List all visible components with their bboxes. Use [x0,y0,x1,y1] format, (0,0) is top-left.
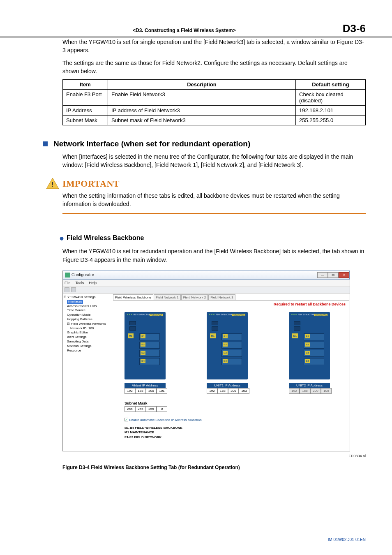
legend-line: F1-F3 FIELD NETWORK [125,435,350,439]
tree-item[interactable]: Network ID: 100 [64,326,111,331]
menu-tools[interactable]: Tools [76,281,84,285]
tree-item-interfaces[interactable]: Interfaces [67,300,83,304]
table-row: Enable F3 Port Enable Field Network3 Che… [63,90,366,106]
table-row: IP Address IP address of Field Network3 … [63,106,366,116]
tree-item[interactable]: Field Wireless Networks [71,322,106,326]
square-bullet-icon [43,141,48,146]
col-default: Default setting [296,80,366,90]
table-header-row: Item Description Default setting [63,80,366,90]
figure-ref: FD0304.ai [62,454,366,458]
tab-backbone[interactable]: Field Wireless Backbone [113,294,153,300]
subsection-heading-backbone: ●Field Wireless Backbone [59,234,366,243]
tree-item[interactable]: Graphic Editor [64,331,111,335]
device-unit2: RDY SYN ACTIVE YOKOGAWA M1 B1 B2 B3 B4 [289,312,342,394]
toolbar-button-2[interactable] [71,287,76,292]
toolbar [63,287,350,294]
col-item: Item [63,80,108,90]
tree-item[interactable]: Sampling Data [64,340,111,344]
subnet-area: Subnet Mask 255 255 255 0 [125,401,350,412]
subnet-label: Subnet Mask [125,401,350,405]
configurator-screenshot: Configurator — ▭ ✕ File Tools Help ⊟ YFG… [62,271,350,451]
subnet-input[interactable]: 255 255 255 0 [125,406,170,412]
brand-label: YOKOGAWA [150,314,163,316]
legend-line: M1 MAINTENANCE [125,430,350,435]
tab-fn3[interactable]: Field Network 3 [208,294,235,300]
device-row: RDY SYN ACTIVE YOKOGAWA M1 B1 B2 B3 B4 [112,306,350,394]
ip-label-virtual: Virtual IP Address [125,383,166,388]
svg-text:!: ! [51,181,53,188]
settings-table: Item Description Default setting Enable … [62,79,366,125]
ip-input-virtual[interactable]: 192 168 200 101 [125,388,174,394]
ip-label-unit2: UNIT2 IP Address [289,383,330,388]
warning-triangle-icon: ! [46,178,59,189]
chapter-title: <D3. Constructing a Field Wireless Syste… [133,28,236,33]
checkbox-label: Enable automatic Backbone IP Address all… [129,418,201,422]
doc-footer: IM 01W02D01-01EN [328,537,366,542]
checkbox-icon[interactable] [125,418,128,421]
ip-input-unit1[interactable]: 192 168 200 103 [207,388,256,394]
app-icon [65,273,70,278]
important-divider [62,213,366,214]
important-body: When the setting information of these ta… [62,192,366,208]
ip-label-unit1: UNIT1 IP Address [207,383,248,388]
tree-item[interactable]: Operation Mode [64,313,111,317]
menu-bar: File Tools Help [63,280,350,287]
window-title: Configurator [71,273,94,277]
toolbar-button-1[interactable] [65,287,69,292]
tab-bar: Field Wireless Backbone Field Network 1 … [113,294,349,301]
col-desc: Description [108,80,296,90]
section-heading-redundant: Network interface (when set for redundan… [43,139,366,148]
device-virtual: RDY SYN ACTIVE YOKOGAWA M1 B1 B2 B3 B4 [125,312,178,394]
tab-fn2[interactable]: Field Network 2 [181,294,208,300]
section2-body: When the YFGW410 is set for redundant op… [62,247,366,264]
restart-warning: Required to restart all Backbone Devices [274,302,346,306]
maximize-button[interactable]: ▭ [328,272,339,278]
important-block: ! IMPORTANT When the setting information… [39,178,366,214]
intro-para-1: When the YFGW410 is set for single opera… [62,38,366,55]
m1-label: M1 [128,333,134,338]
menu-file[interactable]: File [65,281,71,285]
main-panel: Field Wireless Backbone Field Network 1 … [112,294,350,451]
page-number: D3-6 [343,22,366,35]
window-titlebar[interactable]: Configurator — ▭ ✕ [63,271,350,280]
round-bullet-icon: ● [59,234,64,243]
tree-item[interactable]: Access Control Lists [64,304,111,309]
important-label: IMPORTANT [62,178,120,189]
menu-help[interactable]: Help [89,281,97,285]
device-unit1: RDY SYN ACTIVE YOKOGAWA M1 B1 B2 B3 B4 [207,312,260,394]
tree-item[interactable]: Time Source [64,308,111,313]
tab-fn1[interactable]: Field Network 1 [154,294,181,300]
page-header: <D3. Constructing a Field Wireless Syste… [0,22,392,37]
intro-para-2: The settings are the same as those for F… [62,59,366,76]
tree-item[interactable]: Hopping Patterns [64,317,111,322]
tree-item[interactable]: Resource [64,349,111,353]
table-row: Subnet Mask Subnet mask of Field Network… [63,116,366,125]
tree-item[interactable]: Modbus Settings [64,344,111,349]
figure-caption: Figure D3-4 Field Wireless Backbone Sett… [62,465,366,470]
tree-item[interactable]: Alert Settings [64,335,111,340]
auto-allocation-checkbox-row[interactable]: Enable automatic Backbone IP Address all… [125,418,350,422]
legend-line: B1-B4 FIELD WIRELESS BACKBONE [125,426,350,430]
ip-input-unit2: 192 168 200 105 [289,388,338,394]
nav-tree[interactable]: ⊟ YFGW410 Settings Interfaces Access Con… [63,294,112,451]
minimize-button[interactable]: — [317,272,328,278]
close-button[interactable]: ✕ [339,272,349,278]
section1-body: When [Interfaces] is selected in the men… [62,153,366,169]
